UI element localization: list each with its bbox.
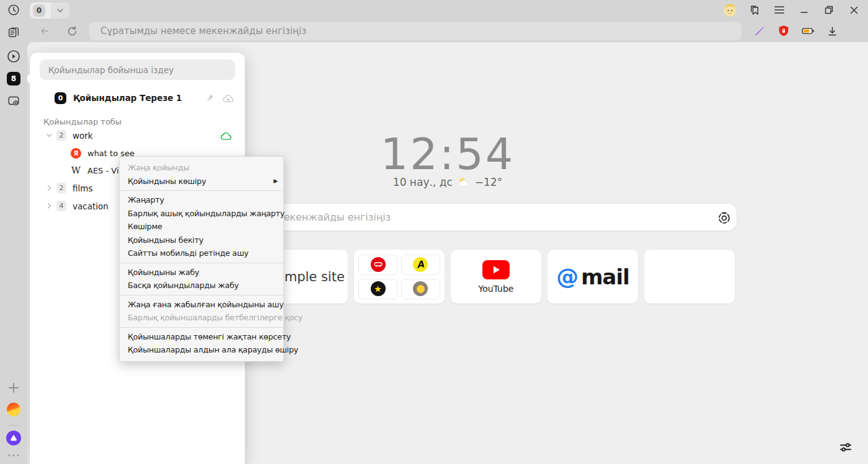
chevron-right-icon[interactable] — [43, 183, 55, 194]
group-count: 4 — [56, 201, 66, 211]
menu-item-close-tab[interactable]: Қойындыны жабу — [120, 266, 283, 279]
avatar[interactable] — [720, 1, 739, 19]
favorite-tiles: Example site A YouTube @ mail — [257, 250, 735, 304]
menu-item-disable-preview[interactable]: Қойыншаларды алдын ала қарауды өшіру — [120, 343, 283, 357]
youtube-logo-icon — [482, 260, 510, 279]
tab-count-label: 8 — [7, 72, 20, 85]
menu-separator — [120, 327, 283, 328]
minimize-icon[interactable] — [795, 1, 813, 19]
image-search-camera-icon[interactable] — [712, 205, 737, 230]
menu-item-bookmark-all: Барлық қойыншаларды бетбелгілерге қосу — [120, 311, 283, 325]
group-count: 2 — [56, 130, 66, 141]
menu-item-refresh[interactable]: Жаңарту — [120, 193, 283, 207]
menu-item-reopen-closed[interactable]: Жаңа ғана жабылған қойындыны ашу — [120, 298, 283, 312]
cloud-upload-icon[interactable] — [221, 91, 235, 105]
group-label: films — [73, 183, 92, 193]
download-icon[interactable] — [823, 22, 841, 40]
more-ellipsis-icon[interactable] — [4, 446, 23, 464]
yandex-mail-icon[interactable] — [4, 400, 23, 419]
chevron-right-icon[interactable] — [43, 201, 55, 212]
alice-assistant-icon[interactable] — [4, 429, 23, 447]
groups-heading: Қойындылар тобы — [40, 117, 235, 126]
restore-icon[interactable] — [820, 1, 838, 19]
black-star-icon — [371, 281, 386, 296]
menu-item-pin-tab[interactable]: Қойындыны бекіту — [120, 234, 283, 247]
menu-item-show-tabs-bottom[interactable]: Қойыншаларды төменгі жақтан көрсету — [120, 330, 283, 344]
gray-dot-icon — [413, 281, 428, 296]
weather-temp: −12° — [475, 176, 502, 188]
collections-icon[interactable] — [745, 1, 764, 19]
pen-extension-icon[interactable] — [750, 22, 769, 40]
address-bar[interactable] — [89, 22, 742, 40]
group-count: 2 — [56, 183, 66, 193]
browser-tab[interactable]: 0 — [30, 2, 69, 19]
chevron-down-icon[interactable] — [43, 130, 55, 141]
window-label: Қойындылар Терезе 1 — [73, 93, 182, 103]
mini-tile[interactable]: A — [401, 255, 440, 275]
sidebar-divider — [7, 425, 20, 426]
browser-chrome: 0 — [27, 0, 868, 42]
mini-tile[interactable] — [401, 279, 440, 299]
mini-tile[interactable] — [358, 255, 397, 275]
tile-empty[interactable] — [644, 250, 735, 304]
tabs-pages-icon[interactable] — [4, 23, 23, 42]
sync-cloud-icon[interactable] — [219, 131, 232, 141]
mail-at-icon: @ — [556, 266, 578, 288]
tab-favicon-badge: 0 — [33, 4, 45, 17]
tab-count-badge[interactable]: 8 — [4, 69, 23, 88]
page-settings-tune-icon[interactable] — [837, 439, 854, 456]
tab-context-menu: Жаңа қойынды Қойындыны көшіру ▶ Жаңарту … — [119, 156, 284, 362]
back-icon[interactable] — [35, 21, 55, 41]
wikipedia-favicon: W — [71, 165, 81, 176]
refresh-icon[interactable] — [62, 21, 82, 41]
history-clock-icon[interactable] — [4, 1, 23, 19]
group-row-work[interactable]: 2 work — [40, 126, 235, 144]
partly-cloudy-icon — [457, 177, 471, 188]
new-tab-plus-icon[interactable] — [4, 379, 23, 397]
window-badge: 0 — [55, 92, 66, 104]
adblock-shield-icon[interactable] — [774, 22, 793, 40]
menu-item-copy-tab[interactable]: Қойындыны көшіру ▶ — [120, 175, 283, 188]
pin-icon[interactable] — [203, 91, 216, 105]
group-label: vacation — [73, 201, 108, 211]
menu-item-duplicate[interactable]: Көшірме — [120, 220, 283, 234]
tabs-search-input[interactable] — [40, 59, 235, 80]
red-car-icon — [371, 257, 386, 272]
left-sidebar: 8 — [0, 0, 27, 464]
menu-separator — [120, 295, 283, 295]
mini-tile[interactable] — [358, 279, 397, 299]
video-play-icon[interactable] — [4, 47, 23, 66]
submenu-arrow-icon: ▶ — [273, 178, 278, 184]
tile-folder-yandex-services[interactable]: A — [354, 250, 445, 304]
menu-item-open-mobile[interactable]: Сайтты мобильді ретінде ашу — [120, 247, 283, 260]
group-label: work — [73, 131, 93, 141]
menu-separator — [120, 263, 283, 263]
tile-youtube-label: YouTube — [479, 284, 514, 294]
yandex-favicon: Я — [71, 148, 81, 159]
menu-item-refresh-all[interactable]: Барлық ашық қойындыларды жаңарту — [120, 207, 283, 221]
battery-icon[interactable] — [799, 22, 817, 40]
yellow-a-icon: A — [413, 257, 428, 272]
close-icon[interactable] — [844, 1, 863, 19]
tile-youtube[interactable]: YouTube — [451, 250, 541, 304]
menu-separator — [120, 190, 283, 191]
menu-icon[interactable] — [770, 1, 789, 19]
window-row[interactable]: 0 Қойындылар Терезе 1 — [40, 89, 235, 107]
tile-mail[interactable]: @ mail — [547, 250, 638, 304]
tile-mail-label: mail — [581, 266, 629, 287]
menu-item-new-tab: Жаңа қойынды — [120, 161, 283, 175]
weather-date: 10 нау., дс — [393, 176, 453, 188]
tab-chevron-down-icon[interactable] — [51, 2, 69, 19]
screenshot-icon[interactable] — [4, 92, 23, 110]
menu-item-close-others[interactable]: Басқа қойындыларды жабу — [120, 279, 283, 292]
